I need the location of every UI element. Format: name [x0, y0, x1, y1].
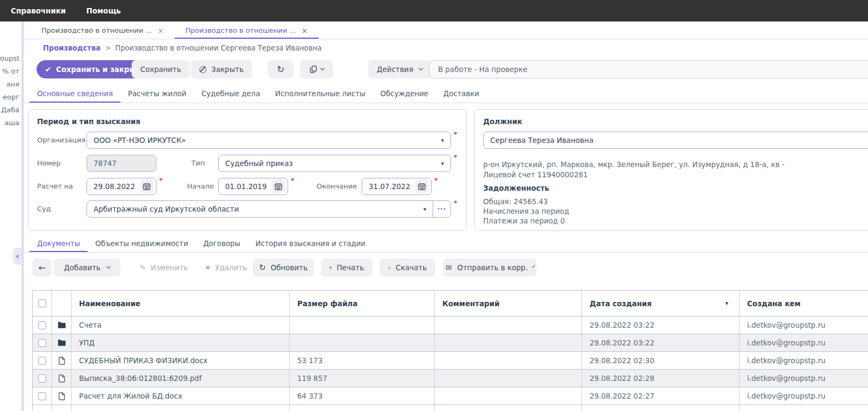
sidebar-fragment: % от — [0, 65, 19, 78]
status-field[interactable]: В работе - На проверке — [429, 60, 868, 78]
type-select[interactable]: Судебный приказ ▾ — [218, 155, 451, 172]
actions-label: Действия — [377, 65, 413, 74]
document-author: i.detkov@groupstp.ru — [740, 352, 868, 369]
breadcrumb-root-link[interactable]: Производства — [43, 44, 101, 52]
court-lookup-button[interactable]: ••• — [433, 201, 450, 217]
column-header-created[interactable]: Дата создания ▾ — [582, 291, 740, 316]
tab-real-estate[interactable]: Объекты недвижимости — [88, 235, 196, 252]
menu-item-references[interactable]: Справочники — [8, 6, 69, 15]
file-icon — [59, 357, 65, 365]
calendar-icon[interactable] — [140, 180, 153, 193]
menu-item-help[interactable]: Помощь — [83, 6, 124, 15]
icon-column-header — [52, 291, 71, 316]
table-row[interactable]: Выписка_38:06:012801:6209.pdf 119 857 29… — [33, 370, 868, 387]
table-row[interactable]: Расчет для Жилой БД.docx 64 373 29.08.20… — [33, 387, 868, 405]
sort-descending-icon[interactable]: ▾ — [725, 300, 728, 307]
column-header-name[interactable]: Наименование — [71, 291, 290, 316]
document-author: i.detkov@groupstp.ru — [740, 387, 868, 405]
row-checkbox[interactable] — [38, 321, 46, 329]
document-name[interactable]: СУДЕБНЫЙ ПРИКАЗ ФИЗИКИ.docx — [71, 352, 290, 369]
tab-discussion[interactable]: Обсуждение — [373, 85, 436, 103]
row-checkbox[interactable] — [38, 392, 46, 400]
document-size: 64 373 — [290, 387, 435, 405]
calendar-icon[interactable] — [415, 180, 428, 193]
document-name[interactable]: Выписка_38:06:012801:6209.pdf — [71, 370, 290, 387]
document-size: 119 857 — [290, 370, 435, 387]
row-checkbox[interactable] — [38, 339, 46, 347]
tab-contracts[interactable]: Договоры — [196, 235, 248, 252]
sidebar-collapse-button[interactable]: ‹ — [13, 248, 22, 265]
print-button[interactable]: Печать — [321, 258, 372, 277]
document-name[interactable]: Счета — [71, 316, 290, 334]
column-header-comment[interactable]: Комментарий — [435, 291, 582, 316]
close-button[interactable]: Закрыть — [191, 60, 252, 78]
table-row-partial — [33, 405, 868, 411]
save-button[interactable]: Сохранить — [132, 60, 190, 78]
debt-total: Общая: 24565.43 — [483, 197, 548, 207]
number-input: 78747 — [87, 155, 156, 172]
document-created: 29.08.2022 03:22 — [582, 334, 740, 351]
row-checkbox[interactable] — [38, 357, 46, 365]
document-name[interactable]: УПД — [71, 334, 290, 351]
start-date-input[interactable]: 01.01.2019 — [218, 178, 288, 195]
table-row[interactable]: УПД 29.08.2022 03:22 i.detkov@groupstp.r… — [33, 334, 868, 352]
start-date-label: Начало — [187, 182, 214, 190]
document-author: i.detkov@groupstp.ru — [740, 316, 868, 334]
actions-menu-button[interactable]: Действия — [368, 60, 431, 78]
refresh-icon: ↻ — [277, 64, 284, 75]
envelope-icon: ✉ — [446, 263, 452, 272]
calendar-icon[interactable] — [272, 180, 285, 193]
required-asterisk: * — [291, 176, 295, 184]
detail-tab-bar: Документы Объекты недвижимости Договоры … — [24, 235, 868, 253]
calc-date-input[interactable]: 29.08.2022 — [87, 178, 156, 195]
table-row[interactable]: СУДЕБНЫЙ ПРИКАЗ ФИЗИКИ.docx 53 173 29.08… — [33, 352, 868, 370]
add-button[interactable]: Добавить — [54, 258, 120, 277]
table-row[interactable]: Счета 29.08.2022 03:22 i.detkov@groupstp… — [33, 316, 868, 334]
column-header-author[interactable]: Создана кем — [740, 291, 868, 316]
end-date-input[interactable]: 31.07.2022 — [362, 178, 432, 195]
close-tab-icon[interactable]: × — [157, 26, 164, 35]
window-tab-2-active[interactable]: Производство в отношении ... × — [175, 21, 319, 39]
tab-main-info[interactable]: Основные сведения — [30, 85, 120, 103]
document-created: 29.08.2022 02:27 — [582, 387, 740, 405]
copy-button[interactable] — [300, 60, 333, 78]
document-comment — [435, 316, 582, 334]
send-to-correspondence-button[interactable]: ✉ Отправить в корр. — [443, 258, 536, 277]
debtor-name-input[interactable]: Сергеева Тереза Ивановна — [483, 132, 868, 149]
required-asterisk: * — [159, 176, 163, 184]
court-select[interactable]: Арбитражный суд Иркутской области ▾ — [87, 201, 433, 217]
document-name[interactable]: Расчет для Жилой БД.docx — [71, 387, 290, 405]
window-tab-1[interactable]: Производство в отношении ... × — [31, 21, 175, 39]
refresh-record-button[interactable]: ↻ — [268, 60, 293, 78]
copy-icon — [310, 66, 317, 73]
cancel-circle-icon — [199, 66, 206, 73]
back-button[interactable]: ← — [32, 258, 52, 277]
document-comment — [435, 370, 582, 387]
tab-writs[interactable]: Исполнительные листы — [268, 85, 373, 103]
tab-documents[interactable]: Документы — [30, 235, 88, 252]
download-label: Скачать — [396, 263, 427, 272]
dropdown-icon: ▾ — [436, 160, 444, 167]
sidebar-fragment: аня — [0, 78, 19, 91]
top-menu-bar: Справочники Помощь — [0, 0, 868, 21]
row-checkbox[interactable] — [38, 374, 46, 383]
documents-table: Наименование Размер файла Комментарий Да… — [32, 290, 868, 411]
debtor-account-line: Лицевой счет 11940000281 — [483, 170, 587, 180]
tab-housing-calcs[interactable]: Расчеты жилой — [120, 85, 194, 103]
start-date-value: 01.01.2019 — [225, 182, 267, 191]
tab-deliveries[interactable]: Доставки — [436, 85, 487, 103]
sidebar-fragment: Даба — [0, 104, 19, 117]
folder-icon — [58, 321, 66, 329]
number-label: Номер — [37, 159, 61, 167]
refresh-list-button[interactable]: ↻ Обновить — [253, 258, 314, 277]
number-value: 78747 — [94, 159, 117, 168]
send-label: Отправить в корр. — [457, 263, 528, 272]
select-all-checkbox[interactable] — [38, 299, 46, 307]
column-header-size[interactable]: Размер файла — [290, 291, 435, 316]
tab-history-stages[interactable]: История взыскания и стадии — [248, 235, 373, 252]
back-arrow-icon: ← — [38, 263, 45, 273]
organization-select[interactable]: ООО «РТ-НЭО ИРКУТСК» ▾ — [87, 132, 451, 149]
tab-court-cases[interactable]: Судебные дела — [194, 85, 268, 103]
close-tab-icon[interactable]: × — [302, 26, 308, 35]
download-button[interactable]: Скачать — [379, 258, 435, 277]
